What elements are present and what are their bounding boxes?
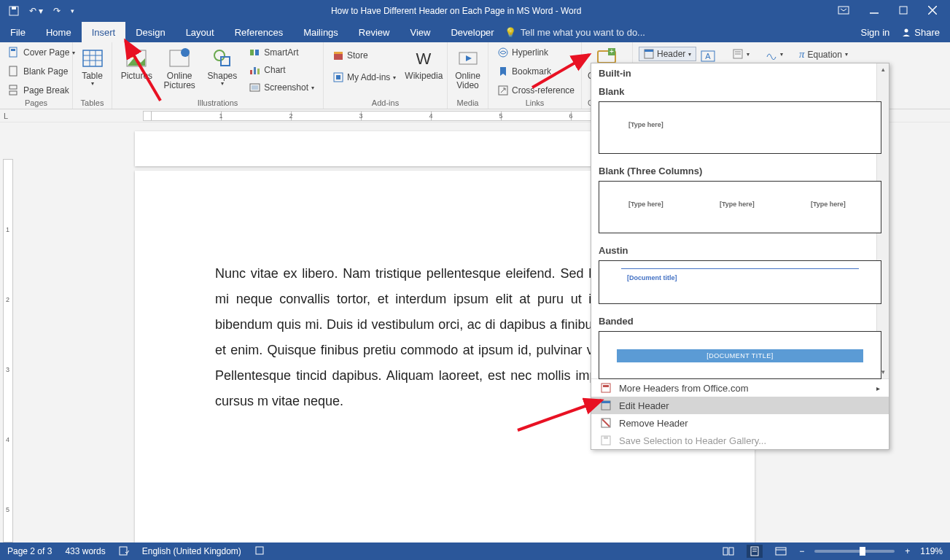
maximize-icon[interactable] — [899, 6, 908, 17]
save-to-gallery-menuitem: Save Selection to Header Gallery... — [591, 432, 889, 449]
svg-text:+: + — [610, 47, 614, 55]
close-icon[interactable] — [928, 6, 937, 17]
header-button[interactable]: Header ▾ — [639, 47, 696, 61]
tab-file[interactable]: File — [0, 22, 36, 42]
share-button[interactable]: Share — [901, 27, 940, 38]
ruler-corner: L — [0, 112, 12, 120]
equation-label: Equation — [808, 50, 842, 60]
shapes-button[interactable]: Shapes▾ — [204, 45, 241, 89]
group-tables-label: Tables — [79, 98, 106, 109]
online-video-label: Online Video — [455, 71, 480, 90]
gallery-item-banded[interactable]: [DOCUMENT TITLE] — [599, 331, 881, 379]
blank-page-label: Blank Page — [23, 66, 68, 77]
my-addins-label: My Add-ins — [347, 72, 390, 82]
share-label: Share — [914, 27, 940, 38]
status-page[interactable]: Page 2 of 3 — [7, 546, 52, 556]
print-layout-button[interactable] — [747, 545, 763, 558]
cover-page-button[interactable]: Cover Page ▾ — [6, 45, 78, 60]
table-button[interactable]: Table▾ — [79, 45, 106, 89]
status-words[interactable]: 433 words — [65, 546, 105, 556]
chevron-right-icon: ▸ — [876, 384, 880, 392]
zoom-level[interactable]: 119% — [920, 546, 943, 556]
svg-rect-28 — [257, 69, 260, 74]
annotation-arrow-2 — [510, 47, 598, 91]
status-proofing-icon[interactable] — [119, 545, 129, 558]
save-icon[interactable] — [9, 6, 19, 16]
undo-icon[interactable]: ↶ ▾ — [29, 6, 43, 16]
tab-layout[interactable]: Layout — [176, 22, 225, 42]
svg-rect-11 — [9, 85, 17, 89]
tab-view[interactable]: View — [400, 22, 440, 42]
gallery-item-blank3[interactable]: [Type here] [Type here] [Type here] — [599, 181, 881, 233]
svg-rect-60 — [256, 547, 263, 554]
more-headers-label: More Headers from Office.com — [619, 383, 748, 394]
wikipedia-button[interactable]: WWikipedia — [405, 45, 443, 82]
minimize-icon[interactable] — [870, 6, 879, 17]
tab-mailings[interactable]: Mailings — [293, 22, 349, 42]
group-media-label: Media — [453, 98, 482, 109]
svg-text:W: W — [416, 50, 432, 68]
quick-parts-button[interactable]: ▾ — [729, 47, 752, 61]
status-macro-icon[interactable] — [254, 545, 265, 558]
group-links-label: Links — [494, 98, 575, 109]
screenshot-label: Screenshot — [264, 82, 308, 93]
gallery-category-builtin: Built-in — [591, 63, 889, 83]
tell-me-input[interactable]: 💡 Tell me what you want to do... — [505, 27, 645, 38]
read-mode-button[interactable] — [720, 545, 736, 558]
tab-references[interactable]: References — [225, 22, 293, 42]
screenshot-button[interactable]: Screenshot ▾ — [246, 80, 317, 95]
remove-header-menuitem[interactable]: Remove Header — [591, 414, 889, 432]
svg-rect-8 — [9, 47, 17, 57]
remove-header-label: Remove Header — [619, 418, 688, 429]
svg-rect-62 — [729, 548, 733, 555]
chart-button[interactable]: Chart — [246, 63, 317, 77]
page-break-button[interactable]: Page Break — [6, 83, 78, 98]
placeholder-text: [Type here] — [720, 201, 755, 208]
web-layout-button[interactable] — [773, 545, 789, 558]
vertical-ruler[interactable]: 123456 — [3, 159, 13, 542]
more-headers-menuitem[interactable]: More Headers from Office.com ▸ — [591, 379, 889, 397]
qat-more-icon[interactable]: ▾ — [71, 7, 74, 15]
svg-point-7 — [905, 29, 908, 33]
gallery-item-austin[interactable]: [Document title] — [599, 260, 881, 304]
tab-home[interactable]: Home — [36, 22, 82, 42]
gallery-item-austin-label: Austin — [591, 242, 889, 260]
my-addins-button[interactable]: My Add-ins ▾ — [330, 70, 399, 85]
svg-rect-9 — [11, 49, 15, 51]
group-addins-label: Add-ins — [330, 98, 441, 109]
placeholder-text: [DOCUMENT TITLE] — [617, 349, 863, 362]
scroll-up-icon[interactable]: ▴ — [877, 63, 889, 76]
smartart-button[interactable]: SmartArt — [246, 45, 317, 60]
equation-button[interactable]: π Equation ▾ — [796, 47, 851, 62]
gallery-item-blank-label: Blank — [591, 83, 889, 101]
svg-rect-2 — [838, 7, 849, 14]
sign-in-link[interactable]: Sign in — [861, 27, 890, 38]
group-pages-label: Pages — [6, 98, 66, 109]
blank-page-button[interactable]: Blank Page — [6, 64, 78, 79]
header-dropdown: ▴ ▾ Built-in Blank [Type here] Blank (Th… — [591, 63, 889, 450]
tab-review[interactable]: Review — [349, 22, 400, 42]
redo-icon[interactable]: ↷ — [53, 6, 61, 16]
page-break-label: Page Break — [23, 85, 69, 96]
online-video-button[interactable]: Online Video — [453, 45, 482, 92]
status-language[interactable]: English (United Kingdom) — [142, 546, 241, 556]
svg-line-57 — [532, 55, 589, 88]
annotation-arrow-1 — [117, 35, 175, 108]
edit-header-menuitem[interactable]: Edit Header — [591, 397, 889, 414]
store-button[interactable]: Store — [330, 48, 399, 63]
svg-rect-27 — [254, 67, 256, 74]
edit-header-label: Edit Header — [619, 400, 669, 411]
svg-rect-13 — [83, 50, 102, 66]
svg-rect-32 — [334, 52, 343, 54]
ribbon-options-icon[interactable] — [838, 6, 849, 17]
svg-rect-61 — [723, 548, 728, 555]
tab-developer[interactable]: Developer — [440, 22, 504, 42]
zoom-out-button[interactable]: − — [799, 546, 804, 556]
gallery-item-blank[interactable]: [Type here] — [599, 101, 881, 154]
svg-rect-31 — [334, 53, 343, 60]
zoom-in-button[interactable]: + — [905, 546, 910, 556]
svg-line-58 — [518, 400, 601, 430]
signature-button[interactable]: ▾ — [763, 47, 786, 61]
zoom-slider[interactable] — [814, 550, 895, 553]
svg-line-56 — [125, 41, 160, 101]
